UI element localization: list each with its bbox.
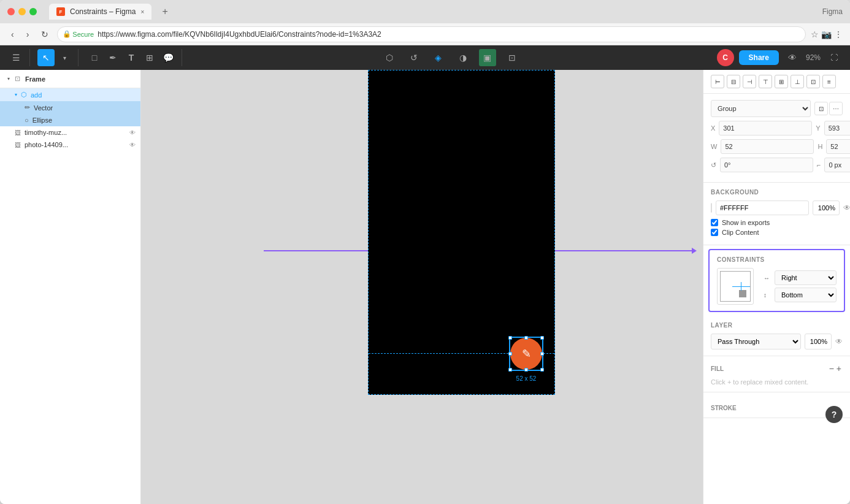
layer-opacity-input[interactable] — [805, 334, 832, 349]
handle-bottom-right[interactable] — [540, 368, 544, 372]
maximize-button[interactable] — [29, 8, 37, 15]
frame-tool-dropdown[interactable]: ▾ — [56, 49, 73, 66]
preview-icon[interactable]: 👁 — [784, 49, 801, 66]
secure-badge: 🔒 Secure — [63, 30, 94, 38]
comment-icon[interactable]: 💬 — [159, 49, 177, 66]
browser-tab[interactable]: F Constraints – Figma × — [49, 4, 151, 20]
layer-item-timothy[interactable]: 🖼 timothy-muz... 👁 — [0, 126, 140, 139]
align-center-v-icon[interactable]: ⊞ — [775, 75, 788, 88]
undo-icon[interactable]: ↺ — [405, 49, 423, 66]
handle-middle-right[interactable] — [540, 352, 544, 356]
y-input[interactable] — [824, 121, 850, 136]
close-button[interactable] — [7, 8, 15, 15]
layer-name-add: add — [31, 91, 136, 99]
layer-item-photo[interactable]: 🖼 photo-14409... 👁 — [0, 139, 140, 151]
layer-item-ellipse[interactable]: ○ Ellipse — [0, 114, 140, 126]
handle-middle-left[interactable] — [508, 352, 512, 356]
prototype-icon[interactable]: ⬡ — [381, 49, 398, 66]
canvas[interactable]: ✎ 52 x 52 — [141, 70, 703, 504]
arrow-head — [692, 248, 697, 254]
horizontal-constraint-select[interactable]: Left Right Center Left & Right Scale — [775, 270, 837, 285]
forward-button[interactable]: › — [23, 28, 33, 40]
background-color-row: 👁 — [711, 200, 843, 215]
x-input[interactable] — [719, 121, 812, 136]
crop-icon[interactable]: ⊡ — [503, 49, 521, 66]
share-button[interactable]: Share — [739, 50, 779, 65]
distribute-v-icon[interactable]: ≡ — [822, 75, 836, 88]
corner-input[interactable] — [824, 158, 850, 172]
align-top-icon[interactable]: ⊤ — [759, 75, 772, 88]
background-opacity-input[interactable] — [813, 200, 840, 215]
selection-box — [509, 337, 543, 371]
auto-layout-btn[interactable]: ⊡ — [814, 102, 828, 115]
minimize-button[interactable] — [18, 8, 26, 15]
menu-icon[interactable]: ⋮ — [834, 29, 843, 39]
camera-icon[interactable]: 📷 — [821, 29, 832, 39]
frame-icon[interactable]: ▣ — [479, 49, 496, 66]
align-bottom-icon[interactable]: ⊥ — [791, 75, 804, 88]
align-right-icon[interactable]: ⊣ — [743, 75, 756, 88]
address-input-bar[interactable]: 🔒 Secure https://www.figma.com/file/KQVN… — [57, 26, 806, 42]
distribute-h-icon[interactable]: ⊡ — [806, 75, 820, 88]
constraints-title: CONSTRAINTS — [717, 256, 837, 263]
blend-mode-select[interactable]: Pass Through Normal Darken Multiply Ligh… — [711, 334, 801, 349]
layer-item-add[interactable]: ▾ ⬡ add — [0, 88, 140, 101]
layer-visibility-icon[interactable]: 👁 — [835, 337, 843, 346]
contrast-icon[interactable]: ◑ — [454, 49, 472, 66]
back-button[interactable]: ‹ — [7, 28, 18, 40]
handle-top-right[interactable] — [540, 336, 544, 340]
w-input[interactable] — [721, 139, 814, 154]
background-color-swatch[interactable] — [711, 203, 712, 213]
layers-header: ▾ ⊡ Frame — [0, 70, 140, 88]
fill-subtract-icon[interactable]: − — [828, 362, 835, 375]
rotation-row: ↺ ⌐ — [711, 158, 843, 172]
clip-content-checkbox[interactable] — [711, 229, 718, 236]
help-button[interactable]: ? — [825, 406, 843, 423]
move-tool-icon[interactable]: ↖ — [37, 49, 55, 66]
image-icon: 🖼 — [15, 129, 21, 136]
help-area: ? — [703, 418, 850, 430]
background-visibility-icon[interactable]: 👁 — [843, 204, 850, 212]
fill-placeholder-text: Click + to replace mixed content. — [711, 378, 843, 386]
show-in-exports-label: Show in exports — [722, 219, 770, 226]
components-icon[interactable]: ⊞ — [141, 49, 158, 66]
rectangle-tool-icon[interactable]: □ — [86, 49, 103, 66]
frame-type-icon: ⊡ — [15, 75, 20, 83]
handle-top-middle[interactable] — [524, 336, 528, 340]
background-hex-input[interactable] — [716, 200, 809, 215]
more-options-btn[interactable]: ⋯ — [829, 102, 843, 115]
handle-top-left[interactable] — [508, 336, 512, 340]
fullscreen-icon[interactable]: ⛶ — [825, 49, 843, 66]
rotation-input[interactable] — [720, 158, 813, 172]
bookmark-icon[interactable]: ☆ — [811, 29, 819, 39]
new-tab-button[interactable]: + — [156, 3, 174, 20]
show-in-exports-checkbox[interactable] — [711, 219, 718, 226]
fill-add-icon[interactable]: + — [835, 362, 843, 375]
text-tool-icon[interactable]: T — [123, 49, 140, 66]
community-icon[interactable]: ◈ — [430, 49, 447, 66]
align-left-icon[interactable]: ⊢ — [711, 75, 724, 88]
tab-close-button[interactable]: × — [140, 9, 144, 15]
h-input[interactable] — [826, 139, 850, 154]
expand-arrow-icon[interactable]: ▾ — [7, 76, 10, 82]
hamburger-menu-icon[interactable]: ☰ — [7, 49, 25, 66]
pen-tool-icon[interactable]: ✒ — [104, 49, 121, 66]
align-center-h-icon[interactable]: ⊟ — [727, 75, 740, 88]
handle-bottom-middle[interactable] — [524, 368, 528, 372]
layer-item-vector[interactable]: ✏ Vector — [0, 101, 140, 114]
constraints-section: CONSTRAINTS — [708, 249, 845, 312]
element-type-select[interactable]: Group — [711, 100, 811, 117]
visibility-icon-photo[interactable]: 👁 — [129, 142, 136, 148]
expand-arrow-icon[interactable]: ▾ — [15, 92, 17, 97]
tab-favicon: F — [56, 7, 65, 16]
handle-bottom-left[interactable] — [508, 368, 512, 372]
tab-title: Constraints – Figma — [70, 7, 136, 16]
refresh-button[interactable]: ↻ — [37, 28, 52, 40]
visibility-icon-timothy[interactable]: 👁 — [129, 129, 136, 136]
layer-name-photo: photo-14409... — [25, 141, 126, 148]
figma-label: Figma — [822, 7, 843, 16]
constraints-content: ↔ Left Right Center Left & Right Scale — [717, 268, 837, 305]
corner-label: ⌐ — [817, 161, 821, 169]
vertical-constraint-select[interactable]: Top Bottom Center Top & Bottom Scale — [775, 288, 837, 302]
canvas-element-group[interactable]: ✎ 52 x 52 — [510, 338, 542, 370]
